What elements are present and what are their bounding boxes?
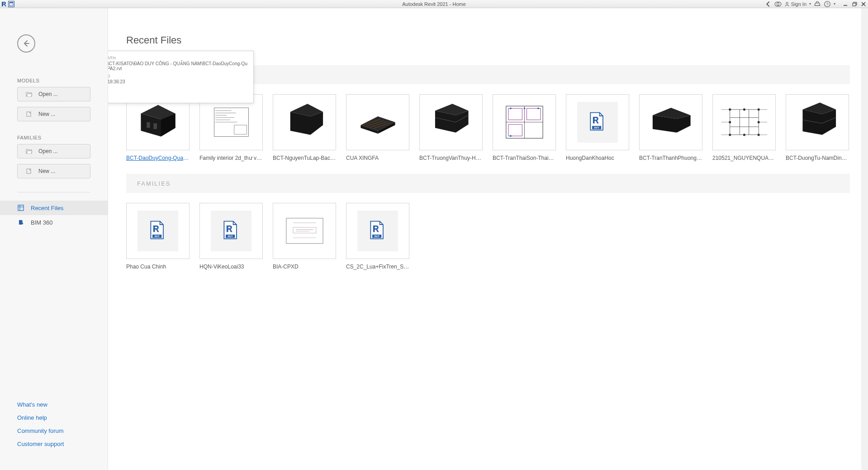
file-tile[interactable]: CUA XINGFA bbox=[346, 94, 409, 161]
file-tile[interactable]: BCT-TruongVanThuy-Hun... bbox=[419, 94, 483, 161]
tooltip-saved-path-label: SAVED PATH bbox=[108, 56, 248, 60]
file-label: Family interior 2d_thư việ... bbox=[199, 155, 263, 161]
home-icon[interactable] bbox=[8, 1, 14, 7]
sign-in-chevron-icon[interactable]: ▾ bbox=[809, 2, 811, 6]
footer-customer-support[interactable]: Customer support bbox=[17, 441, 90, 447]
families-section-header: FAMILIES bbox=[126, 174, 850, 193]
svg-rect-8 bbox=[853, 3, 856, 6]
help-chevron-icon[interactable]: ▾ bbox=[834, 2, 835, 6]
file-label: Phao Cua Chinh bbox=[126, 264, 190, 270]
open-label: Open ... bbox=[38, 91, 58, 97]
file-tile[interactable]: Phao Cua Chinh bbox=[126, 203, 190, 270]
tooltip-size-label: SIZE bbox=[108, 87, 248, 91]
file-tile[interactable]: HQN-ViKeoLoai33 bbox=[199, 203, 263, 270]
titlebar: Autodesk Revit 2021 - Home Sign In ▾ ? ▾ bbox=[0, 0, 868, 8]
file-label: HQN-ViKeoLoai33 bbox=[199, 264, 263, 270]
file-thumbnail bbox=[273, 203, 336, 259]
minimize-button[interactable] bbox=[842, 0, 849, 8]
sidebar-families-label: FAMILIES bbox=[17, 135, 90, 140]
svg-rect-11 bbox=[27, 112, 31, 116]
file-tooltip: SAVED PATHD:\HQN-BCT-KISATO\ĐÀO DUY CÔNG… bbox=[108, 51, 254, 103]
nav-recent-files[interactable]: Recent Files bbox=[0, 201, 108, 215]
file-tile[interactable]: BCT-TranThaiSon-ThaiBinh bbox=[493, 94, 556, 161]
file-thumbnail bbox=[126, 203, 190, 259]
file-label: CS_2C_Lua+FixTren_SC95 bbox=[346, 264, 409, 270]
sign-in-label: Sign In bbox=[791, 1, 806, 7]
file-tile[interactable]: BIA-CPXD bbox=[273, 203, 336, 270]
tooltip-modified: 06/30/21 18:36:23 bbox=[108, 79, 248, 84]
sign-in-button[interactable]: Sign In bbox=[784, 1, 806, 7]
footer-online-help[interactable]: Online help bbox=[17, 414, 90, 421]
file-tile[interactable]: 210521_NGUYENQUANGH... bbox=[712, 94, 776, 161]
file-thumbnail bbox=[639, 94, 702, 150]
file-tile[interactable]: BCT-TranThanhPhuong-D... bbox=[639, 94, 702, 161]
restore-button[interactable] bbox=[851, 0, 858, 8]
sidebar-divider bbox=[17, 192, 90, 192]
svg-rect-12 bbox=[27, 169, 31, 173]
families-open-button[interactable]: Open ... bbox=[17, 144, 90, 158]
file-thumbnail bbox=[786, 94, 849, 150]
nav-bim360-label: BIM 360 bbox=[31, 219, 52, 226]
tooltip-size: 141.3 MB bbox=[108, 92, 248, 97]
file-tile[interactable]: HuongDanKhoaHoc bbox=[566, 94, 629, 161]
footer-community-forum[interactable]: Community forum bbox=[17, 427, 90, 434]
file-label: CUA XINGFA bbox=[346, 155, 409, 161]
exchange-apps-icon[interactable] bbox=[814, 0, 821, 8]
file-tile[interactable]: BCT-DuongTu-NamDinh- ... bbox=[786, 94, 849, 161]
footer-whats-new[interactable]: What's new bbox=[17, 401, 90, 408]
file-thumbnail bbox=[712, 94, 776, 150]
models-open-button[interactable]: Open ... bbox=[17, 87, 90, 101]
close-button[interactable] bbox=[860, 0, 867, 8]
models-new-button[interactable]: New ... bbox=[17, 107, 90, 121]
help-icon[interactable]: ? bbox=[824, 0, 831, 8]
svg-point-4 bbox=[786, 2, 788, 4]
content: Recent Files MODELS BCT-DaoDuyCong-Quang… bbox=[108, 8, 868, 470]
families-tiles: Phao Cua ChinhHQN-ViKeoLoai33BIA-CPXDCS_… bbox=[126, 203, 850, 270]
nav-bim360[interactable]: BIM 360 bbox=[0, 215, 108, 230]
new-label: New ... bbox=[38, 168, 55, 174]
models-tiles: BCT-DaoDuyCong-Quang...SAVED PATHD:\HQN-… bbox=[126, 94, 850, 161]
file-tile[interactable]: Family interior 2d_thư việ... bbox=[199, 94, 263, 161]
file-label: BIA-CPXD bbox=[273, 264, 336, 270]
svg-text:?: ? bbox=[826, 2, 828, 6]
sidebar: MODELS Open ... New ... FAMILIES Open ..… bbox=[0, 8, 108, 470]
svg-rect-13 bbox=[18, 205, 24, 211]
tooltip-saved-path: D:\HQN-BCT-KISATO\ĐÀO DUY CÔNG - QUẢNG N… bbox=[108, 61, 248, 71]
info-center-icon[interactable] bbox=[774, 0, 782, 8]
file-thumbnail bbox=[346, 94, 409, 150]
file-thumbnail bbox=[199, 203, 263, 259]
file-thumbnail bbox=[419, 94, 483, 150]
sidebar-models-label: MODELS bbox=[17, 78, 90, 83]
file-label: 210521_NGUYENQUANGH... bbox=[712, 155, 776, 161]
file-thumbnail bbox=[346, 203, 409, 259]
file-tile[interactable]: CS_2C_Lua+FixTren_SC95 bbox=[346, 203, 409, 270]
left-arrow-icon[interactable] bbox=[764, 0, 772, 8]
new-label: New ... bbox=[38, 111, 55, 117]
back-button[interactable] bbox=[17, 34, 35, 53]
nav-recent-label: Recent Files bbox=[31, 205, 63, 211]
file-label: HuongDanKhoaHoc bbox=[566, 155, 629, 161]
file-thumbnail bbox=[493, 94, 556, 150]
file-thumbnail bbox=[273, 94, 336, 150]
file-tile[interactable]: BCT-DaoDuyCong-Quang...SAVED PATHD:\HQN-… bbox=[126, 94, 190, 161]
open-label: Open ... bbox=[38, 148, 58, 154]
families-new-button[interactable]: New ... bbox=[17, 164, 90, 178]
file-label: BCT-TranThaiSon-ThaiBinh bbox=[493, 155, 556, 161]
file-label: BCT-TranThanhPhuong-D... bbox=[639, 155, 702, 161]
file-label: BCT-NguyenTuLap-BacNinh bbox=[273, 155, 336, 161]
app-title: Autodesk Revit 2021 - Home bbox=[402, 1, 466, 7]
file-label: BCT-DuongTu-NamDinh- ... bbox=[786, 155, 849, 161]
file-tile[interactable]: BCT-NguyenTuLap-BacNinh bbox=[273, 94, 336, 161]
file-label: BCT-TruongVanThuy-Hun... bbox=[419, 155, 483, 161]
svg-rect-1 bbox=[9, 2, 13, 3]
file-label: BCT-DaoDuyCong-Quang... bbox=[126, 155, 190, 161]
page-title: Recent Files bbox=[126, 34, 850, 46]
revit-logo-icon bbox=[1, 1, 7, 7]
tooltip-modified-label: MODIFIED bbox=[108, 74, 248, 78]
file-thumbnail bbox=[566, 94, 629, 150]
